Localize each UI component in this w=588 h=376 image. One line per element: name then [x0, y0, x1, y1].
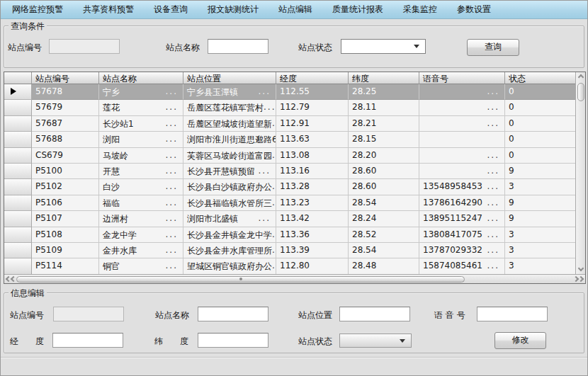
cell-lon[interactable]: 113.42 — [276, 211, 349, 227]
cell-pos[interactable]: 宁乡县玉潭镇... — [183, 84, 276, 100]
cell-pos[interactable]: 长沙县开慧镇预留... — [183, 164, 276, 179]
modify-button[interactable]: 修改 — [494, 332, 546, 349]
cell-name[interactable]: 开慧... — [99, 164, 183, 179]
menu-item-1[interactable]: 网络监控预警 — [2, 1, 73, 18]
cell-status[interactable]: 3 — [505, 243, 585, 258]
cell-status[interactable]: 0 — [505, 116, 585, 132]
menu-item-3[interactable]: 设备查询 — [144, 1, 198, 18]
query-station-name-input[interactable] — [208, 39, 268, 54]
row-header-cell[interactable] — [4, 243, 32, 258]
menu-item-5[interactable]: 站点编辑 — [268, 1, 322, 18]
cell-status[interactable]: 0 — [505, 132, 585, 147]
scroll-right-icon[interactable] — [572, 277, 585, 281]
row-header-cell[interactable] — [4, 179, 32, 195]
cell-status[interactable]: 9 — [505, 195, 585, 211]
cell-pos[interactable]: 岳麓区望城坡街道望新... — [183, 116, 276, 132]
cell-name[interactable]: 金井水库... — [99, 243, 183, 258]
cell-status[interactable]: 0 — [505, 84, 585, 100]
table-row[interactable]: P5114铜官...望城区铜官镇政府办公...112.8028.48158740… — [4, 258, 585, 274]
cell-status[interactable]: 3 — [505, 258, 585, 274]
table-row[interactable]: P5100开慧...长沙县开慧镇预留...113.1628.60...9 — [4, 164, 585, 179]
cell-name[interactable]: 宁乡... — [99, 84, 183, 100]
cell-pos[interactable]: 望城区铜官镇政府办公... — [183, 258, 276, 274]
cell-voice[interactable]: 13808417075... — [419, 227, 505, 243]
cell-lat[interactable]: 28.54 — [349, 195, 419, 211]
cell-lon[interactable]: 113.36 — [276, 227, 349, 243]
cell-status[interactable]: 0 — [505, 148, 585, 164]
cell-lon[interactable]: 113.39 — [276, 243, 349, 258]
col-header-station-pos[interactable]: 站点位置 — [183, 72, 276, 84]
table-row[interactable]: P5108金龙中学...长沙县金井镇金龙中学...113.3628.521380… — [4, 227, 585, 243]
cell-pos[interactable]: 长沙县金井水库管理所... — [183, 243, 276, 258]
horizontal-scroll-thumb[interactable] — [16, 276, 465, 283]
row-header-cell[interactable] — [4, 195, 32, 211]
cell-voice[interactable]: 13895115247... — [419, 211, 505, 227]
table-row[interactable]: P5102白沙...长沙县白沙镇政府办公...113.2828.60135489… — [4, 179, 585, 195]
cell-lon[interactable]: 113.08 — [276, 148, 349, 164]
cell-id[interactable]: 57679 — [32, 100, 99, 115]
col-header-voice[interactable]: 语音号 — [419, 72, 505, 84]
cell-lon[interactable]: 113.16 — [276, 164, 349, 179]
cell-voice[interactable]: 13548958453... — [419, 179, 505, 195]
table-row[interactable]: 57679莲花...岳麓区莲花镇军营村...112.7928.11...0 — [4, 100, 585, 115]
cell-name[interactable]: 马坡岭... — [99, 148, 183, 164]
cell-name[interactable]: 白沙... — [99, 179, 183, 195]
edit-station-id-input[interactable] — [53, 307, 124, 321]
cell-name[interactable]: 福临... — [99, 195, 183, 211]
cell-lat[interactable]: 28.24 — [349, 211, 419, 227]
menu-item-6[interactable]: 质量统计报表 — [322, 1, 393, 18]
cell-voice[interactable]: ... — [419, 148, 505, 164]
edit-station-name-input[interactable] — [198, 307, 268, 321]
cell-id[interactable]: P5106 — [32, 195, 99, 211]
row-header-cell[interactable] — [4, 227, 32, 243]
col-header-latitude[interactable]: 纬度 — [349, 72, 419, 84]
menu-item-7[interactable]: 采集监控 — [393, 1, 447, 18]
cell-lon[interactable]: 112.91 — [276, 116, 349, 132]
query-station-id-input[interactable] — [49, 39, 120, 54]
row-header-cell[interactable] — [4, 100, 32, 115]
cell-id[interactable]: 57678 — [32, 84, 99, 100]
cell-lat[interactable]: 28.54 — [349, 243, 419, 258]
cell-lon[interactable]: 112.55 — [276, 84, 349, 100]
cell-status[interactable]: 3 — [505, 227, 585, 243]
col-header-station-id[interactable]: 站点编号 — [32, 72, 99, 84]
vertical-scrollbar[interactable] — [575, 72, 585, 274]
table-row[interactable]: P5109金井水库...长沙县金井水库管理所...113.3928.541378… — [4, 243, 585, 258]
menu-item-2[interactable]: 共享资料预警 — [73, 1, 144, 18]
edit-latitude-input[interactable] — [198, 333, 268, 348]
cell-pos[interactable]: 芙蓉区马坡岭街道富园... — [183, 148, 276, 164]
row-header-cell[interactable] — [4, 148, 32, 164]
cell-lon[interactable]: 112.80 — [276, 258, 349, 274]
scroll-up-icon[interactable] — [577, 74, 583, 80]
table-row[interactable]: 57678宁乡...宁乡县玉潭镇...112.5528.25...0 — [4, 84, 585, 100]
cell-name[interactable]: 浏阳... — [99, 132, 183, 147]
cell-id[interactable]: P5107 — [32, 211, 99, 227]
search-button[interactable]: 查询 — [467, 39, 519, 56]
edit-status-select[interactable] — [339, 334, 412, 348]
cell-id[interactable]: CS679 — [32, 148, 99, 164]
col-header-longitude[interactable]: 经度 — [276, 72, 349, 84]
cell-lat[interactable]: 28.21 — [349, 116, 419, 132]
cell-voice[interactable] — [419, 132, 505, 147]
cell-name[interactable]: 莲花... — [99, 100, 183, 115]
menu-item-4[interactable]: 报文缺测统计 — [198, 1, 268, 18]
cell-lat[interactable]: 28.48 — [349, 258, 419, 274]
cell-voice[interactable]: ... — [419, 116, 505, 132]
cell-name[interactable]: 金龙中学... — [99, 227, 183, 243]
cell-lat[interactable]: 28.20 — [349, 148, 419, 164]
table-row[interactable]: 57688浏阳...浏阳市淮川街道思邈路6...113.6328.150 — [4, 132, 585, 147]
edit-station-pos-input[interactable] — [339, 307, 410, 321]
cell-pos[interactable]: 浏阳市淮川街道思邈路6... — [183, 132, 276, 147]
cell-lon[interactable]: 113.63 — [276, 132, 349, 147]
cell-lat[interactable]: 28.60 — [349, 164, 419, 179]
row-header-cell[interactable] — [4, 84, 32, 100]
cell-pos[interactable]: 浏阳市北盛镇... — [183, 211, 276, 227]
horizontal-scrollbar[interactable] — [4, 274, 585, 283]
cell-voice[interactable]: 15874085461... — [419, 258, 505, 274]
cell-id[interactable]: P5100 — [32, 164, 99, 179]
cell-status[interactable]: 3 — [505, 179, 585, 195]
query-station-status-select[interactable] — [341, 39, 426, 54]
cell-status[interactable]: 0 — [505, 100, 585, 115]
cell-lon[interactable]: 113.23 — [276, 195, 349, 211]
cell-id[interactable]: 57688 — [32, 132, 99, 147]
